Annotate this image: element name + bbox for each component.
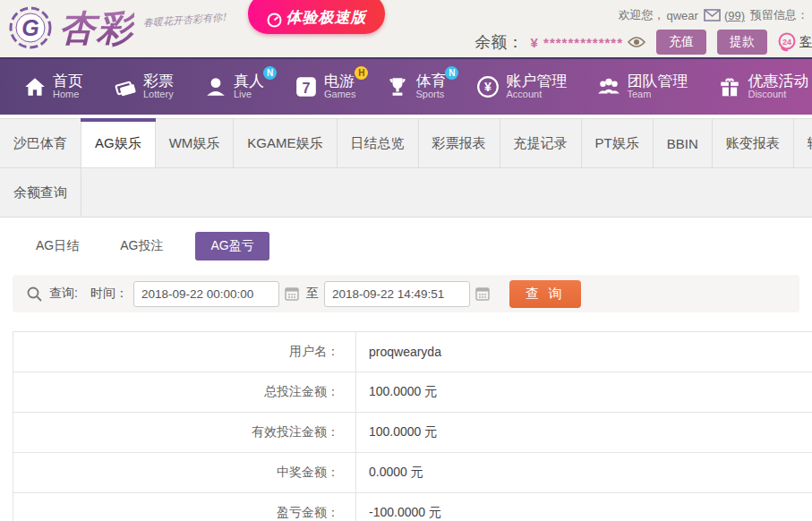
speedometer-icon [267,13,282,28]
tab-kgame[interactable]: KGAME娱乐 [234,119,337,167]
hot-badge: H [355,66,368,80]
nav-label-en: Account [506,90,567,100]
tab-transfer-report[interactable]: 转账报表 [794,119,812,167]
row-value: 100.0000 元 [356,372,812,412]
nav-item-team[interactable]: 团队管理Team [597,73,688,99]
nav-item-live[interactable]: 真人Live N [204,73,264,99]
table-row: 总投注金额： 100.0000 元 [13,372,812,413]
table-row: 有效投注金额： 100.0000 元 [13,413,812,453]
tab-deposit-withdraw[interactable]: 充提记录 [500,119,582,167]
site-header: G 杏彩 春暖花开杏彩有你! 体验极速版 欢迎您， qwear (99) 预留信… [0,0,812,57]
date-to-input[interactable] [324,281,470,307]
calendar-icon[interactable] [475,286,490,301]
team-people-icon [597,75,620,98]
eye-icon[interactable] [628,36,645,48]
table-row: 盈亏金额： -100.0000 元 [13,493,812,521]
nav-label-zh: 首页 [53,73,83,90]
tab-ag-active[interactable]: AG娱乐 [81,119,156,167]
query-bar: 查询: 时间： 至 查 询 [13,275,799,312]
headset-24-icon: 24 [776,31,798,53]
report-tabrow-1: 沙巴体育 AG娱乐 WM娱乐 KGAME娱乐 日结总览 彩票报表 充提记录 PT… [0,119,812,168]
balance-masked-value: ¥ ************* [531,35,623,50]
tab-shaba-sports[interactable]: 沙巴体育 [0,119,81,167]
svg-text:G: G [21,15,38,40]
row-label: 总投注金额： [13,372,356,412]
speed-version-badge[interactable]: 体验极速版 [248,0,385,34]
tab-wm[interactable]: WM娱乐 [156,119,235,167]
row-value: 100.0000 元 [356,413,812,452]
main-nav: 首页Home 彩票Lottery 真人Live N 7 电游Games H 体育… [0,57,812,115]
search-icon [27,286,42,302]
logo-tagline: 春暖花开杏彩有你! [143,11,227,30]
mail-count-link[interactable]: (99) [724,9,745,22]
trophy-icon [386,75,409,98]
withdraw-button[interactable]: 提款 [717,30,767,55]
new-badge: N [263,66,277,80]
nav-label-en: Live [234,90,264,100]
reserved-info-label[interactable]: 预留信息： [750,7,808,23]
home-icon [23,75,47,98]
query-submit-button[interactable]: 查 询 [509,280,581,308]
nav-label-en: Home [53,90,83,100]
nav-label-en: Discount [748,90,808,100]
nav-item-sports[interactable]: 体育Sports N [386,73,446,99]
customer-service-link[interactable]: 24 客 [776,31,812,53]
nav-item-games[interactable]: 7 电游Games H [295,73,355,99]
row-label: 盈亏金额： [13,493,356,521]
row-value: 0.0000 元 [356,453,812,492]
welcome-text: 欢迎您， [618,7,664,23]
tab-bbin[interactable]: BBIN [654,119,713,167]
tab-pt[interactable]: PT娱乐 [582,119,654,167]
balance-line: 余额： ¥ ************* 充值 提款 24 客 [475,30,812,55]
ag-subtabs: AG日结 AG投注 AG盈亏 [27,232,812,260]
nav-label-en: Games [324,90,355,100]
nav-label-zh: 账户管理 [506,73,567,90]
row-value: -100.0000 元 [356,493,812,521]
row-label: 有效投注金额： [13,413,356,452]
yuan-coin-icon: ¥ [476,75,500,98]
svg-text:24: 24 [782,38,791,47]
recharge-button[interactable]: 充值 [656,30,706,55]
profit-report-table: 用户名： proqwearyda 总投注金额： 100.0000 元 有效投注金… [13,331,812,521]
nav-item-home[interactable]: 首页Home [23,73,83,99]
logo-flower-icon: G [7,4,54,51]
lottery-ticket-icon [114,75,137,98]
tab-account-change[interactable]: 账变报表 [713,119,794,167]
nav-label-zh: 优惠活动 [748,73,808,90]
subtab-ag-daily[interactable]: AG日结 [27,232,88,260]
subtab-ag-bets[interactable]: AG投注 [111,232,172,260]
balance-label: 余额： [475,31,524,53]
nav-label-zh: 彩票 [143,73,174,90]
calendar-icon[interactable] [285,286,299,301]
nav-label-en: Team [627,90,688,100]
nav-label-en: Lottery [143,90,174,100]
nav-item-account[interactable]: ¥ 账户管理Account [476,73,567,99]
svg-text:¥: ¥ [485,80,492,94]
subtab-ag-profit-active[interactable]: AG盈亏 [195,232,269,260]
time-label: 时间： [90,286,128,302]
nav-label-zh: 真人 [234,73,264,90]
gift-icon [718,75,741,98]
row-label: 用户名： [13,332,356,372]
site-logo[interactable]: G 杏彩 春暖花开杏彩有你! [7,4,226,51]
row-value: proqwearyda [356,332,812,372]
tab-daily-summary[interactable]: 日结总览 [338,119,419,167]
report-tabrow-2: 余额查询 [0,168,812,218]
tab-lottery-report[interactable]: 彩票报表 [419,119,500,167]
svg-text:7: 7 [302,79,310,95]
nav-label-en: Sports [415,90,446,100]
to-label: 至 [306,286,319,302]
new-badge: N [445,66,458,80]
nav-label-zh: 电游 [324,73,355,90]
speed-badge-label: 体验极速版 [286,7,367,28]
nav-item-lottery[interactable]: 彩票Lottery [114,73,174,99]
nav-label-zh: 团队管理 [627,73,688,90]
mail-icon[interactable] [704,9,721,21]
row-label: 中奖金额： [13,453,356,492]
report-tabstrip: 沙巴体育 AG娱乐 WM娱乐 KGAME娱乐 日结总览 彩票报表 充提记录 PT… [0,118,812,218]
nav-item-discount[interactable]: 优惠活动Discount [718,73,808,99]
date-from-input[interactable] [133,281,279,307]
query-label: 查询: [49,286,78,302]
service-label: 客 [799,34,812,50]
tab-balance-query[interactable]: 余额查询 [0,168,81,217]
